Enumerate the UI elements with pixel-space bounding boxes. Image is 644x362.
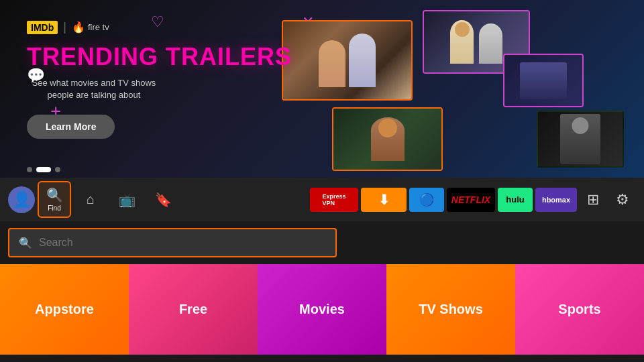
- app-hulu[interactable]: hulu: [498, 188, 533, 212]
- firetv-logo: 🔥 fire tv: [72, 21, 109, 34]
- sports-label: Sports: [558, 302, 600, 317]
- gear-icon: ⚙: [616, 191, 629, 208]
- free-label: Free: [179, 302, 207, 317]
- carousel-dots: [27, 167, 60, 172]
- app-blue[interactable]: 🔵: [409, 188, 444, 212]
- grid-button[interactable]: ⊞: [580, 186, 606, 213]
- hero-content-left: IMDb | 🔥 fire tv TRENDING TRAILERS See w…: [27, 20, 292, 139]
- nav-apps-group: ExpressVPN ⬇ 🔵 NETFLIX hulu hbomax ⊞ ⚙: [310, 186, 636, 213]
- search-section: 🔍: [0, 221, 644, 264]
- logo-separator: |: [63, 20, 66, 34]
- category-movies[interactable]: Movies: [258, 264, 386, 355]
- netflix-label: NETFLIX: [451, 194, 490, 205]
- nav-item-find[interactable]: 🔍 Find: [38, 181, 71, 218]
- appstore-label: Appstore: [35, 302, 94, 317]
- app-expressvpn[interactable]: ExpressVPN: [310, 188, 358, 212]
- bookmark-icon: 🔖: [155, 192, 172, 208]
- category-sports[interactable]: Sports: [515, 264, 644, 355]
- tvshows-label: TV Shows: [419, 302, 483, 317]
- nav-item-bookmark[interactable]: 🔖: [146, 181, 180, 218]
- navbar: 👤 🔍 Find ⌂ 📺 🔖 ExpressVPN ⬇ 🔵: [0, 178, 644, 221]
- blue-app-icon: 🔵: [419, 192, 434, 207]
- expressvpn-label: ExpressVPN: [322, 193, 345, 206]
- user-avatar[interactable]: 👤: [8, 186, 35, 213]
- hero-logo: IMDb | 🔥 fire tv: [27, 20, 292, 34]
- dot-3[interactable]: [55, 167, 60, 172]
- search-icon: 🔍: [46, 187, 63, 203]
- thumbnail-5: [537, 111, 624, 168]
- nav-item-home[interactable]: ⌂: [74, 181, 107, 218]
- categories-row: Appstore Free Movies TV Shows Sports: [0, 264, 644, 355]
- thumbnail-4: [332, 107, 443, 171]
- category-appstore[interactable]: Appstore: [0, 264, 129, 355]
- hero-title: TRENDING TRAILERS: [27, 44, 292, 70]
- dot-2[interactable]: [36, 167, 51, 172]
- hero-thumbnails: [241, 0, 644, 178]
- tv-icon: 📺: [119, 192, 136, 208]
- app-downloader[interactable]: ⬇: [361, 188, 407, 212]
- nav-find-label: Find: [48, 204, 60, 212]
- category-free[interactable]: Free: [129, 264, 258, 355]
- app-netflix[interactable]: NETFLIX: [447, 188, 495, 212]
- nav-item-live[interactable]: 📺: [110, 181, 144, 218]
- thumbnail-1: [282, 20, 413, 101]
- imdb-badge: IMDb: [27, 21, 58, 34]
- learn-more-button[interactable]: Learn More: [27, 115, 115, 139]
- firetv-icon: 🔥: [72, 21, 85, 34]
- firetv-label: fire tv: [88, 22, 109, 32]
- settings-button[interactable]: ⚙: [609, 186, 636, 213]
- search-input[interactable]: [39, 237, 326, 249]
- search-bar[interactable]: 🔍: [8, 228, 337, 257]
- nav-left-group: 👤 🔍 Find ⌂ 📺 🔖: [8, 181, 180, 218]
- dot-1[interactable]: [27, 167, 32, 172]
- app-hbomax[interactable]: hbomax: [535, 188, 577, 212]
- downloader-icon: ⬇: [378, 192, 390, 208]
- grid-icon: ⊞: [587, 191, 599, 208]
- home-icon: ⌂: [87, 192, 95, 207]
- hbomax-label: hbomax: [542, 196, 570, 204]
- movies-label: Movies: [299, 302, 345, 317]
- thumbnail-3: [503, 54, 584, 107]
- hulu-label: hulu: [506, 194, 524, 204]
- category-tvshows[interactable]: TV Shows: [386, 264, 515, 355]
- hero-section: IMDb | 🔥 fire tv TRENDING TRAILERS See w…: [0, 0, 644, 178]
- search-bar-icon: 🔍: [19, 237, 32, 249]
- hero-subtitle: See what movies and TV shows people are …: [27, 77, 161, 101]
